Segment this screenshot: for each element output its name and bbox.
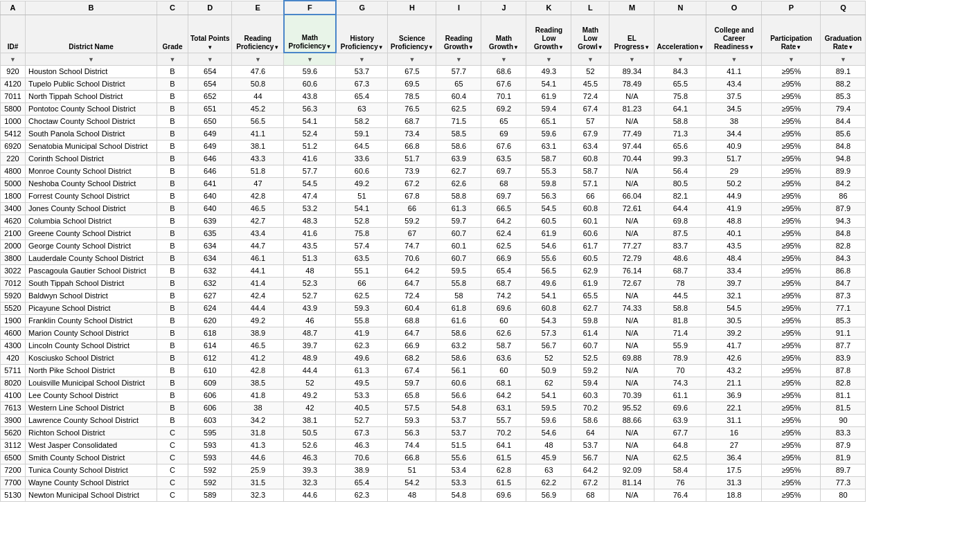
cell-2: B (157, 289, 188, 302)
cell-10: 57.3 (526, 327, 571, 339)
filter-el-prog[interactable]: ▼ (609, 53, 654, 65)
cell-7: 67 (388, 227, 436, 240)
cell-13: 70 (654, 364, 706, 377)
cell-7: 67.8 (388, 190, 436, 202)
filter-btn-name[interactable]: ▼ (88, 56, 94, 63)
cell-6: 53.7 (336, 65, 388, 78)
cell-2: B (157, 202, 188, 215)
filter-btn-rdg-grow[interactable]: ▼ (456, 56, 462, 63)
cell-10: 54.5 (526, 202, 571, 215)
cell-9: 64.2 (481, 215, 526, 227)
cell-14: 50.2 (706, 177, 762, 190)
filter-btn-el-prog[interactable]: ▼ (629, 56, 635, 63)
filter-math-prof[interactable]: ▼ (284, 53, 336, 65)
filter-math-grow[interactable]: ▼ (481, 53, 526, 65)
cell-9: 61.5 (481, 451, 526, 464)
cell-12: N/A (609, 227, 654, 240)
cell-1: Senatobia Municipal School District (26, 140, 157, 152)
filter-accel[interactable]: ▼ (654, 53, 706, 65)
filter-grade[interactable]: ▼ (157, 53, 188, 65)
filter-btn-rdg-prof[interactable]: ▼ (255, 56, 261, 63)
filter-btn-hist-prof[interactable]: ▼ (359, 56, 365, 63)
cell-9: 68.1 (481, 377, 526, 389)
filter-btn-math-grow[interactable]: ▼ (501, 56, 507, 63)
cell-6: 53.3 (336, 389, 388, 401)
cell-6: 67.3 (336, 78, 388, 90)
cell-10: 59.4 (526, 102, 571, 115)
cell-12: N/A (609, 327, 654, 339)
cell-0: 2000 (1, 240, 26, 252)
filter-name[interactable]: ▼ (26, 53, 157, 65)
cell-2: B (157, 177, 188, 190)
cell-9: 68.7 (481, 277, 526, 289)
filter-btn-total[interactable]: ▼ (207, 56, 213, 63)
cell-10: 48 (526, 439, 571, 451)
filter-btn-math-low[interactable]: ▼ (587, 56, 594, 63)
table-row: 1800Forrest County School DistrictB64042… (1, 190, 866, 202)
filter-btn-rdg-low[interactable]: ▼ (546, 56, 552, 63)
filter-btn-part[interactable]: ▼ (788, 56, 794, 63)
col-letter-q: Q (821, 1, 866, 15)
cell-13: 74.3 (654, 377, 706, 389)
cell-2: B (157, 377, 188, 389)
cell-0: 7011 (1, 90, 26, 102)
cell-11: 52.5 (571, 352, 609, 364)
filter-btn-math-prof[interactable]: ▼ (307, 56, 313, 63)
table-row: 5130Newton Municipal School DistrictC589… (1, 489, 866, 501)
spreadsheet-container[interactable]: A B C D E F G H I J K L M N O P Q ID# (0, 0, 980, 551)
filter-rdg-low[interactable]: ▼ (526, 53, 571, 65)
table-row: 7613Western Line School DistrictB6063842… (1, 401, 866, 414)
filter-btn-accel[interactable]: ▼ (677, 56, 684, 63)
filter-rdg-grow[interactable]: ▼ (436, 53, 481, 65)
cell-8: 60.6 (436, 377, 481, 389)
filter-row[interactable]: ▼ ▼ ▼ ▼ ▼ ▼ ▼ ▼ ▼ ▼ ▼ ▼ ▼ ▼ ▼ ▼ ▼ (1, 53, 866, 65)
filter-college[interactable]: ▼ (706, 53, 762, 65)
cell-10: 59.5 (526, 401, 571, 414)
cell-13: 78.9 (654, 352, 706, 364)
cell-13: 81.8 (654, 314, 706, 327)
filter-total[interactable]: ▼ (188, 53, 232, 65)
filter-btn-sci-prof[interactable]: ▼ (409, 56, 416, 63)
filter-btn-id[interactable]: ▼ (10, 56, 16, 63)
cell-9: 69 (481, 127, 526, 140)
cell-7: 67.2 (388, 177, 436, 190)
cell-14: 29 (706, 165, 762, 177)
col-letter-g: G (336, 1, 388, 15)
filter-sci-prof[interactable]: ▼ (388, 53, 436, 65)
filter-math-low[interactable]: ▼ (571, 53, 609, 65)
cell-4: 43.4 (232, 227, 284, 240)
cell-1: Franklin County School District (26, 314, 157, 327)
cell-15: ≥95% (762, 115, 821, 127)
cell-8: 54.8 (436, 489, 481, 501)
table-row: 2000George County School DistrictB63444.… (1, 240, 866, 252)
cell-12: 72.79 (609, 252, 654, 264)
cell-16: 83.3 (821, 426, 866, 439)
filter-part[interactable]: ▼ (762, 53, 821, 65)
cell-8: 58 (436, 289, 481, 302)
cell-7: 73.4 (388, 127, 436, 140)
cell-16: 91.1 (821, 327, 866, 339)
filter-btn-grade[interactable]: ▼ (170, 56, 176, 63)
data-header-row: ID# District Name Grade Total Points▼ Re… (1, 15, 866, 53)
cell-6: 65.4 (336, 476, 388, 489)
col-letter-a: A (1, 1, 26, 15)
filter-hist-prof[interactable]: ▼ (336, 53, 388, 65)
cell-16: 84.4 (821, 115, 866, 127)
cell-14: 37.5 (706, 90, 762, 102)
cell-1: Richton School District (26, 426, 157, 439)
cell-16: 90 (821, 414, 866, 426)
cell-8: 59.7 (436, 215, 481, 227)
filter-rdg-prof[interactable]: ▼ (232, 53, 284, 65)
filter-btn-college[interactable]: ▼ (731, 56, 737, 63)
table-row: 3112West Jasper ConsolidatedC59341.352.6… (1, 439, 866, 451)
filter-grad[interactable]: ▼ (821, 53, 866, 65)
cell-7: 72.4 (388, 289, 436, 302)
cell-0: 7012 (1, 277, 26, 289)
filter-btn-grad[interactable]: ▼ (840, 56, 846, 63)
filter-id[interactable]: ▼ (1, 53, 26, 65)
cell-11: 45.5 (571, 78, 609, 90)
header-grade: Grade (157, 15, 188, 53)
cell-16: 85.6 (821, 127, 866, 140)
cell-3: 595 (188, 426, 232, 439)
cell-8: 58.6 (436, 140, 481, 152)
